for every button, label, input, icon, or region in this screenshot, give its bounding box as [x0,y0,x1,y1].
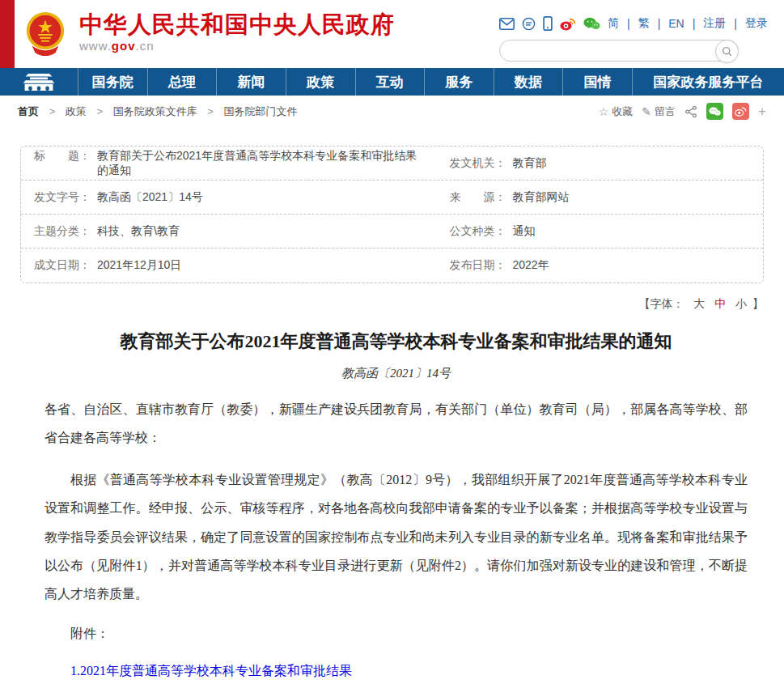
lang-traditional-link[interactable]: 繁 [638,16,650,31]
nav-item-interaction[interactable]: 互动 [355,68,425,96]
weibo-icon[interactable] [560,17,576,31]
font-size-medium-button[interactable]: 中 [714,297,726,310]
main-nav: 国务院 总理 新闻 政策 互动 服务 数据 国情 国家政务服务平台 [0,68,784,96]
meta-value-title: 教育部关于公布2021年度普通高等学校本科专业备案和审批结果的通知 [97,149,424,178]
font-size-widget: 【字体： 大 中 小 】 [0,297,764,312]
header-right: 简 | 繁 | EN | 注册 | 登录 [499,16,768,62]
meta-label-issuer: 发文机关： [450,156,506,171]
breadcrumb-policy-library[interactable]: 国务院政策文件库 [113,105,197,117]
share-button[interactable] [684,105,697,118]
mail-icon[interactable] [499,18,515,30]
meta-category-cell: 主题分类： 科技、教育\教育 [21,224,437,239]
site-header: 中华人民共和国中央人民政府 www.gov.cn 简 | 繁 | [0,0,784,68]
login-link[interactable]: 登录 [745,16,768,31]
meta-source-cell: 来 源： 教育部网站 [437,190,763,205]
breadcrumb-department-docs[interactable]: 国务院部门文件 [224,105,298,117]
article-doc-number: 教高函〔2021〕14号 [44,366,748,381]
message-label: 留言 [655,104,676,119]
header-links-row: 简 | 繁 | EN | 注册 | 登录 [499,16,768,31]
meta-row: 发文字号： 教高函〔2021〕14号 来 源： 教育部网站 [21,181,763,215]
page-actions: ☆ 收藏 ✎ 留言 + [599,103,766,120]
breadcrumb-separator: > [49,105,56,117]
search-button[interactable] [715,40,739,63]
search-input[interactable] [510,41,716,60]
article-paragraph-recipients: 各省、自治区、直辖市教育厅（教委），新疆生产建设兵团教育局，有关部门（单位）教育… [44,395,748,452]
breadcrumb-separator: > [207,105,214,117]
meta-value-category: 科技、教育\教育 [97,224,180,239]
breadcrumb-home[interactable]: 首页 [18,105,39,117]
font-widget-suffix: 】 [752,297,764,310]
link-separator: | [627,17,630,30]
breadcrumb-policy[interactable]: 政策 [66,105,87,117]
weibo-share-button[interactable] [732,103,749,120]
nav-item-news[interactable]: 新闻 [216,68,286,96]
url-www: www. [79,39,112,53]
meta-publish-date-cell: 发布日期： 2022年 [437,258,763,273]
site-url: www.gov.cn [79,39,395,53]
meta-row: 标 题： 教育部关于公布2021年度普通高等学校本科专业备案和审批结果的通知 发… [21,147,763,181]
breadcrumb: 首页 > 政策 > 国务院政策文件库 > 国务院部门文件 [18,104,298,119]
share-icon [684,105,697,118]
message-button[interactable]: ✎ 留言 [642,104,676,119]
meta-value-written-date: 2021年12月10日 [97,258,181,273]
meta-label-publish-date: 发布日期： [450,258,506,273]
nav-item-national[interactable]: 国情 [562,68,632,96]
meta-row: 主题分类： 科技、教育\教育 公文种类： 通知 [21,215,763,249]
lang-simplified-link[interactable]: 简 [608,16,619,31]
search-bar [499,40,739,62]
wechat-share-button[interactable] [706,103,723,120]
nav-item-gov-service-platform[interactable]: 国家政务服务平台 [632,68,784,96]
more-actions-button[interactable]: + [758,104,766,120]
article-title: 教育部关于公布2021年度普通高等学校本科专业备案和审批结果的通知 [44,329,748,355]
font-size-small-button[interactable]: 小 [735,297,747,310]
meta-docnum-cell: 发文字号： 教高函〔2021〕14号 [21,190,437,205]
url-gov: gov [112,39,136,53]
attachment-link-1[interactable]: 1.2021年度普通高等学校本科专业备案和审批结果 [44,663,748,680]
star-icon: ☆ [599,105,609,118]
nav-item-state-council[interactable]: 国务院 [78,68,147,96]
nav-item-premier[interactable]: 总理 [147,68,217,96]
url-cn: .cn [136,39,155,53]
meta-value-source: 教育部网站 [513,190,570,205]
link-separator: | [693,17,696,30]
meta-issuer-cell: 发文机关： 教育部 [437,156,763,171]
meta-label-title: 标 题： [34,149,91,164]
lang-en-link[interactable]: EN [668,17,684,30]
article-paragraph-body: 根据《普通高等学校本科专业设置管理规定》（教高〔2012〕9号），我部组织开展了… [44,465,748,608]
meta-label-docnum: 发文字号： [34,190,91,205]
font-size-large-button[interactable]: 大 [693,297,705,310]
meta-doctype-cell: 公文种类： 通知 [437,224,763,239]
tiananmen-icon [21,72,57,91]
site-brand[interactable]: 中华人民共和国中央人民政府 www.gov.cn [22,10,395,58]
breadcrumb-separator: > [96,105,103,117]
search-icon [722,46,732,57]
nav-item-data[interactable]: 数据 [494,68,563,96]
brand-text: 中华人民共和国中央人民政府 www.gov.cn [79,10,395,53]
meta-value-docnum: 教高函〔2021〕14号 [97,190,203,205]
weibo-icon [735,106,747,117]
meta-label-doctype: 公文种类： [450,224,506,239]
register-link[interactable]: 注册 [703,16,726,31]
meta-row: 成文日期： 2021年12月10日 发布日期： 2022年 [21,249,763,283]
favorite-label: 收藏 [612,104,633,119]
favorite-button[interactable]: ☆ 收藏 [599,104,634,119]
site-title: 中华人民共和国中央人民政府 [79,11,395,38]
header-red-strip [0,0,15,68]
nav-home-tiananmen[interactable] [0,68,78,96]
wechat-icon[interactable] [583,17,600,31]
meta-label-source: 来 源： [450,190,506,205]
meta-value-publish-date: 2022年 [513,258,549,273]
meta-value-issuer: 教育部 [513,156,547,171]
comment-icon[interactable] [522,17,536,31]
national-emblem-icon [22,10,69,58]
wechat-icon [709,107,721,117]
nav-item-policy[interactable]: 政策 [286,68,355,96]
nav-item-services[interactable]: 服务 [424,68,494,96]
mobile-icon[interactable] [543,16,553,31]
meta-label-written-date: 成文日期： [34,258,91,273]
link-separator: | [734,17,737,30]
document-meta-panel: 标 题： 教育部关于公布2021年度普通高等学校本科专业备案和审批结果的通知 发… [20,146,764,283]
font-widget-prefix: 【字体： [638,297,684,310]
attachments-label: 附件： [44,626,748,643]
meta-label-category: 主题分类： [34,224,91,239]
